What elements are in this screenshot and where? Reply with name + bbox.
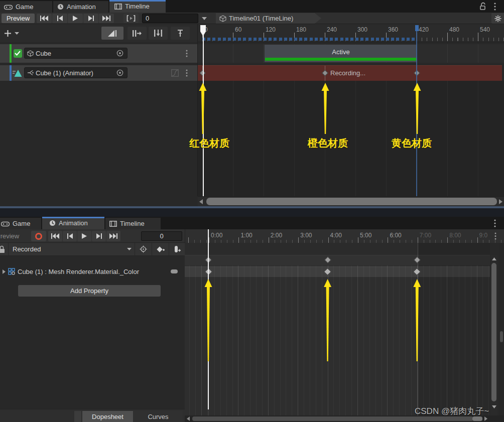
clip-selector-dropdown[interactable]: Recorded [9,243,134,255]
property-keyframe-diamond[interactable] [413,268,421,276]
track-mute-checkbox[interactable] [14,49,22,58]
timeline-hscrollbar[interactable] [198,196,504,206]
tab-timeline[interactable]: Timeline [109,0,166,13]
frame-field-dropdown-arrow[interactable] [202,17,207,20]
timeline-frame-field[interactable]: 0 [142,14,198,23]
object-picker-icon[interactable] [116,69,123,76]
tab-game[interactable]: Game [0,1,52,13]
scroll-right-icon[interactable] [499,199,502,204]
keyframe-diamond[interactable] [322,70,328,76]
animation-ruler[interactable]: 0:001:002:003:004:005:006:007:008:009:0 [185,229,504,243]
scroll-left-icon[interactable] [187,416,190,421]
track-name-box[interactable]: Cube (1) (Animator) [24,67,128,78]
previous-frame-button[interactable] [63,231,77,241]
goto-end-button[interactable] [106,231,120,241]
timeline-content-area [198,81,504,196]
gamepad-icon [4,4,13,10]
animation-playhead-line[interactable] [208,229,209,409]
preview-label: Preview [7,15,30,22]
goto-start-button[interactable] [37,14,52,23]
clip-curves-icon[interactable] [171,69,179,77]
tab-animation[interactable]: Animation [42,217,104,229]
replace-mode-button[interactable] [149,27,168,40]
track-toolbar [0,24,198,42]
property-keyframe-diamond[interactable] [324,268,332,276]
tab-animation-label: Animation [67,3,96,11]
edge-scroll-thumb[interactable] [500,331,503,342]
play-button[interactable] [68,14,83,23]
expander-icon[interactable] [3,269,6,274]
preview-toggle-button[interactable]: Preview [2,14,35,23]
track-color-bar [10,65,12,81]
tab-dopesheet[interactable]: Dopesheet [82,411,133,422]
track-name-box[interactable]: Cube [24,48,128,59]
animated-property-row[interactable]: Cube (1) : Mesh Renderer.Material._Color [0,266,185,277]
dopesheet-area[interactable] [185,243,490,422]
splitter-gap [0,208,504,217]
add-property-button[interactable]: Add Property [18,285,161,297]
scroll-up-icon[interactable] [492,257,496,260]
kebab-menu-icon[interactable] [494,219,496,227]
panel-divider[interactable] [197,24,198,196]
goto-start-button[interactable] [48,231,62,241]
animation-frame-field[interactable]: 0 [141,231,182,241]
scroll-left-icon[interactable] [199,199,203,204]
add-track-button[interactable] [4,27,24,40]
play-button[interactable] [77,231,91,241]
ripple-mode-button[interactable] [128,27,147,40]
track-options-kebab-icon[interactable] [186,69,188,77]
record-button[interactable] [31,231,46,241]
cube-icon [27,50,34,57]
play-range-toggle-button[interactable] [123,14,139,23]
timeline-clip-active[interactable]: Active [265,45,417,62]
hscroll-thumb[interactable] [192,416,473,421]
ruler-kebab-icon[interactable] [494,232,496,240]
track-header-animator[interactable]: Cube (1) (Animator) [0,65,197,81]
tab-animation[interactable]: Animation [53,1,108,13]
timeline-ruler[interactable]: 060120180240300360420480540 [198,24,504,42]
pin-icon [177,30,183,37]
hscroll-thumb-cap[interactable] [472,416,482,421]
lock-icon[interactable] [0,245,6,253]
tab-timeline-label: Timeline [120,220,145,227]
track-list-empty-area [0,81,197,196]
previous-frame-button[interactable] [52,14,67,23]
add-keyframe-button[interactable] [152,243,168,255]
animation-panel: Game Animation Timeline Preview [0,217,504,422]
preview-label[interactable]: Preview [0,232,19,240]
ruler-major-ticks [185,237,504,243]
object-picker-icon[interactable] [116,50,123,57]
scroll-right-icon[interactable] [484,416,487,421]
track-header-cube[interactable]: Cube [0,44,197,63]
dopesheet-vscrollbar[interactable] [490,255,497,415]
breadcrumb[interactable]: Timeline01 (TimeLine) [216,13,321,24]
timeline-end-marker[interactable] [415,25,419,31]
vscroll-thumb[interactable] [491,263,496,401]
marker-pin-button[interactable] [171,27,190,40]
next-frame-button[interactable] [92,231,106,241]
summary-keyframe-diamond[interactable] [414,256,421,263]
track-options-kebab-icon[interactable] [186,50,188,57]
recording-track-lane[interactable]: Recording... [198,65,502,81]
tab-timeline[interactable]: Timeline [105,218,161,229]
keyframe-diamond[interactable] [199,70,206,76]
summary-keyframe-diamond[interactable] [324,256,331,263]
replace-mode-icon [154,30,162,37]
clock-icon [49,220,56,226]
tab-dopesheet-label: Dopesheet [92,413,123,420]
clip-toolbar: Recorded [0,243,185,256]
goto-end-button[interactable] [99,14,114,23]
add-event-button[interactable] [169,243,185,255]
tab-curves[interactable]: Curves [134,411,183,422]
timeline-settings-button[interactable] [491,13,504,24]
hscroll-thumb[interactable] [206,198,497,205]
mix-mode-button[interactable] [101,27,123,40]
tab-game[interactable]: Game [0,218,41,229]
goto-keyframe-button[interactable] [135,243,151,255]
kebab-menu-icon[interactable] [494,3,496,11]
next-frame-button[interactable] [83,14,98,23]
track-color-bar [10,44,12,63]
unlock-icon[interactable] [479,2,487,11]
color-value-swatch[interactable] [171,269,178,273]
playhead-line[interactable] [203,35,204,196]
